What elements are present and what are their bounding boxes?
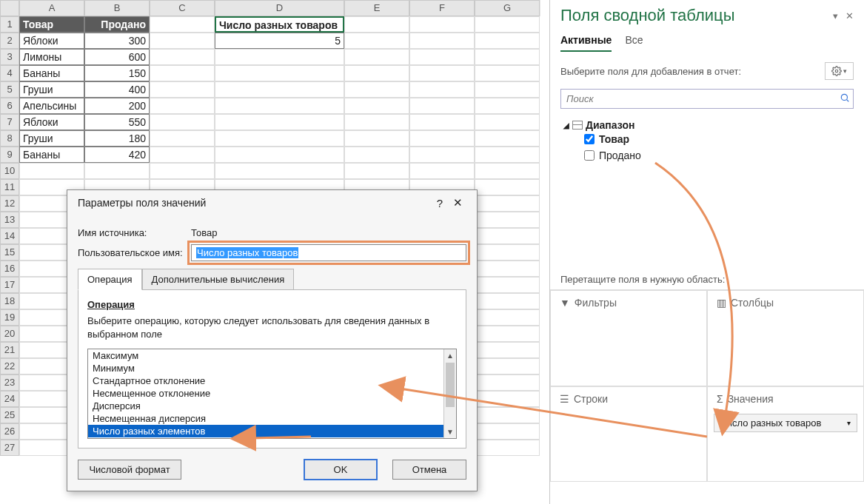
cell[interactable] — [475, 212, 540, 228]
list-item[interactable]: Стандартное отклонение — [88, 374, 456, 387]
cell[interactable] — [344, 49, 409, 65]
cell[interactable] — [344, 98, 409, 114]
cell[interactable] — [150, 81, 215, 98]
cell[interactable] — [475, 147, 540, 163]
col-header-d[interactable]: D — [215, 0, 344, 16]
tab-all[interactable]: Все — [625, 34, 643, 52]
row-header[interactable]: 20 — [0, 326, 19, 342]
cell[interactable]: Груши — [19, 81, 84, 98]
cell[interactable] — [150, 33, 215, 49]
field-item-prodano[interactable]: Продано — [563, 147, 851, 164]
cell[interactable]: Бананы — [19, 65, 84, 81]
cell[interactable] — [344, 33, 409, 49]
cell[interactable] — [344, 114, 409, 130]
tab-additional-calc[interactable]: Дополнительные вычисления — [142, 269, 295, 290]
row-header[interactable]: 15 — [0, 244, 19, 261]
row-header[interactable]: 21 — [0, 342, 19, 358]
cell[interactable]: 200 — [84, 98, 150, 114]
cell[interactable] — [409, 49, 475, 65]
row-header[interactable]: 10 — [0, 163, 19, 179]
row-header[interactable]: 5 — [0, 81, 19, 98]
cell[interactable] — [150, 130, 215, 147]
cell[interactable] — [150, 147, 215, 163]
cell[interactable] — [475, 342, 540, 358]
cell[interactable] — [344, 65, 409, 81]
field-checkbox-prodano[interactable] — [584, 150, 595, 161]
row-header[interactable]: 26 — [0, 423, 19, 440]
custom-name-input[interactable]: Число разных товаров — [191, 244, 466, 261]
cell[interactable] — [344, 130, 409, 147]
cell[interactable] — [475, 244, 540, 261]
cell[interactable] — [150, 16, 215, 33]
row-header[interactable]: 8 — [0, 130, 19, 147]
col-header-f[interactable]: F — [409, 0, 475, 16]
row-header[interactable]: 2 — [0, 33, 19, 49]
cell[interactable] — [150, 49, 215, 65]
search-box[interactable] — [560, 89, 854, 109]
cell[interactable] — [84, 163, 150, 179]
cell[interactable] — [409, 81, 475, 98]
operation-listbox[interactable]: МаксимумМинимумСтандартное отклонениеНес… — [87, 349, 457, 439]
cell[interactable] — [475, 440, 540, 456]
cell[interactable] — [475, 195, 540, 212]
tab-operation[interactable]: Операция — [78, 269, 142, 290]
cell[interactable]: 300 — [84, 33, 150, 49]
zone-rows[interactable]: ☰Строки — [550, 386, 707, 483]
row-header[interactable]: 9 — [0, 147, 19, 163]
field-item-tovar[interactable]: Товар — [563, 131, 851, 147]
cell[interactable] — [409, 114, 475, 130]
cell[interactable] — [215, 130, 344, 147]
row-header[interactable]: 6 — [0, 98, 19, 114]
cell[interactable] — [215, 114, 344, 130]
cell[interactable] — [215, 147, 344, 163]
cell[interactable]: Яблоки — [19, 33, 84, 49]
cell[interactable] — [475, 33, 540, 49]
row-header[interactable]: 1 — [0, 16, 19, 33]
cell[interactable]: 400 — [84, 81, 150, 98]
row-header[interactable]: 16 — [0, 261, 19, 277]
cell[interactable] — [475, 179, 540, 195]
cell[interactable] — [344, 16, 409, 33]
col-header-a[interactable]: A — [19, 0, 84, 16]
cell[interactable] — [409, 130, 475, 147]
cancel-button[interactable]: Отмена — [392, 460, 466, 480]
row-header[interactable]: 27 — [0, 440, 19, 456]
col-header-c[interactable]: C — [150, 0, 215, 16]
search-input[interactable] — [564, 91, 840, 107]
cell[interactable] — [409, 65, 475, 81]
row-header[interactable]: 17 — [0, 277, 19, 293]
cell[interactable] — [409, 147, 475, 163]
cell[interactable] — [475, 65, 540, 81]
ok-button[interactable]: OK — [304, 459, 378, 480]
cell[interactable] — [475, 261, 540, 277]
cell[interactable] — [475, 130, 540, 147]
cell[interactable]: 600 — [84, 49, 150, 65]
cell[interactable] — [19, 163, 84, 179]
cell[interactable]: Яблоки — [19, 114, 84, 130]
cell[interactable]: 180 — [84, 130, 150, 147]
cell[interactable] — [475, 309, 540, 326]
cell[interactable]: Число разных товаров — [215, 16, 344, 33]
col-header-g[interactable]: G — [475, 0, 540, 16]
cell[interactable] — [475, 423, 540, 440]
cell[interactable] — [215, 65, 344, 81]
cell[interactable] — [475, 98, 540, 114]
cell[interactable] — [475, 374, 540, 391]
cell[interactable] — [475, 16, 540, 33]
tab-active[interactable]: Активные — [560, 34, 612, 52]
row-header[interactable]: 24 — [0, 391, 19, 407]
list-item[interactable]: Несмещенное отклонение — [88, 387, 456, 400]
list-item[interactable]: Число разных элементов — [88, 425, 456, 437]
row-header[interactable]: 19 — [0, 309, 19, 326]
field-group-header[interactable]: ◢ Диапазон — [563, 119, 851, 131]
cell[interactable] — [409, 98, 475, 114]
cell[interactable] — [215, 163, 344, 179]
cell[interactable]: Товар — [19, 16, 84, 33]
row-header[interactable]: 7 — [0, 114, 19, 130]
cell[interactable] — [475, 49, 540, 65]
cell[interactable] — [215, 81, 344, 98]
row-header[interactable]: 4 — [0, 65, 19, 81]
cell[interactable] — [150, 98, 215, 114]
row-header[interactable]: 14 — [0, 228, 19, 244]
scroll-thumb[interactable] — [446, 363, 455, 407]
